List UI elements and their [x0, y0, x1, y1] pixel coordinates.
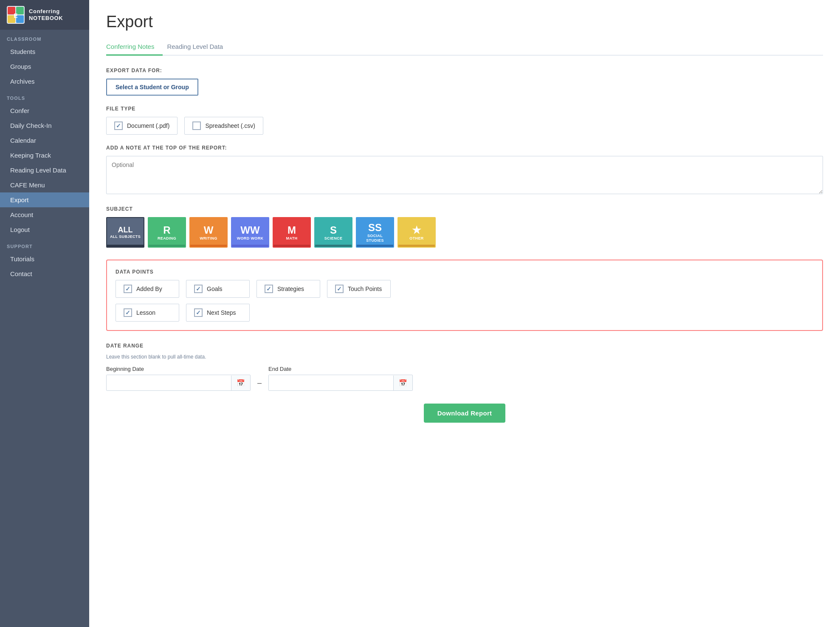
- subject-section: SUBJECT ALL ALL SUBJECTS R READING W WRI…: [106, 206, 823, 248]
- strategies-checkmark: ✓: [266, 285, 271, 292]
- file-type-section: FILE TYPE ✓ Document (.pdf) Spreadsheet …: [106, 106, 823, 135]
- date-range-label: DATE RANGE: [106, 343, 823, 349]
- end-date-calendar-button[interactable]: 📅: [393, 376, 412, 390]
- date-range-hint: Leave this section blank to pull all-tim…: [106, 354, 823, 360]
- sidebar-item-logout[interactable]: Logout: [0, 222, 89, 237]
- file-type-options: ✓ Document (.pdf) Spreadsheet (.csv): [106, 117, 823, 135]
- touch-points-checkmark: ✓: [337, 285, 342, 292]
- subject-wordwork-bar: [232, 245, 268, 247]
- subject-social-studies[interactable]: SS SOCIALSTUDIES: [356, 217, 394, 248]
- note-textarea[interactable]: [106, 156, 823, 194]
- subject-reading-name: READING: [158, 236, 176, 241]
- subject-writing[interactable]: W WRITING: [189, 217, 228, 248]
- sidebar-item-confer[interactable]: Confer: [0, 103, 89, 118]
- data-point-goals[interactable]: ✓ Goals: [186, 280, 250, 298]
- download-section: Download Report: [106, 404, 823, 423]
- subject-writing-letter: W: [204, 224, 214, 236]
- goals-label: Goals: [207, 285, 223, 292]
- next-steps-checkbox[interactable]: ✓: [194, 308, 203, 317]
- strategies-checkbox[interactable]: ✓: [265, 285, 273, 293]
- lesson-checkmark: ✓: [125, 309, 130, 316]
- beginning-date-calendar-button[interactable]: 📅: [231, 376, 250, 390]
- download-report-button[interactable]: Download Report: [424, 404, 506, 423]
- data-point-strategies[interactable]: ✓ Strategies: [257, 280, 320, 298]
- subject-wordwork[interactable]: WW WORD WORK: [231, 217, 269, 248]
- subject-buttons: ALL ALL SUBJECTS R READING W WRITING WW …: [106, 217, 823, 248]
- touch-points-label: Touch Points: [348, 285, 382, 292]
- sidebar-section-classroom: CLASSROOM: [0, 30, 89, 44]
- note-section: ADD A NOTE AT THE TOP OF THE REPORT:: [106, 145, 823, 196]
- logo: E Conferring NOTEBOOK: [0, 0, 89, 30]
- data-points-grid: ✓ Added By ✓ Goals ✓ Strategies: [116, 280, 814, 322]
- data-points-section: DATA POINTS ✓ Added By ✓ Goals ✓: [106, 260, 823, 331]
- subject-science-name: SCIENCE: [324, 236, 343, 241]
- date-range-section: DATE RANGE Leave this section blank to p…: [106, 343, 823, 391]
- data-point-added-by[interactable]: ✓ Added By: [116, 280, 179, 298]
- sidebar-item-daily-check-in[interactable]: Daily Check-In: [0, 118, 89, 133]
- sidebar-item-contact[interactable]: Contact: [0, 266, 89, 281]
- data-point-touch-points[interactable]: ✓ Touch Points: [327, 280, 391, 298]
- subject-math[interactable]: M MATH: [273, 217, 311, 248]
- pdf-label: Document (.pdf): [127, 122, 169, 129]
- next-steps-checkmark: ✓: [196, 309, 201, 316]
- logo-text: Conferring NOTEBOOK: [29, 8, 63, 21]
- subject-social-studies-letter: SS: [368, 222, 382, 234]
- sidebar-item-cafe-menu[interactable]: CAFE Menu: [0, 178, 89, 192]
- tab-reading-level-data[interactable]: Reading Level Data: [167, 40, 231, 56]
- subject-reading[interactable]: R READING: [148, 217, 186, 248]
- subject-wordwork-name: WORD WORK: [237, 236, 264, 241]
- end-date-input[interactable]: [269, 375, 393, 390]
- subject-other-letter: ★: [412, 224, 421, 236]
- beginning-date-group: Beginning Date 📅: [106, 366, 251, 391]
- subject-all[interactable]: ALL ALL SUBJECTS: [106, 217, 144, 248]
- sidebar-item-archives[interactable]: Archives: [0, 74, 89, 89]
- sidebar: E Conferring NOTEBOOK CLASSROOM Students…: [0, 0, 89, 627]
- added-by-checkbox[interactable]: ✓: [124, 285, 132, 293]
- date-inputs: Beginning Date 📅 – End Date 📅: [106, 366, 823, 391]
- tabs: Conferring Notes Reading Level Data: [106, 40, 823, 56]
- subject-other-name: OTHER: [409, 236, 423, 241]
- goals-checkbox[interactable]: ✓: [194, 285, 203, 293]
- subject-writing-name: WRITING: [200, 236, 217, 241]
- file-type-label: FILE TYPE: [106, 106, 823, 112]
- data-points-row-2: ✓ Lesson ✓ Next Steps: [116, 304, 814, 322]
- beginning-date-label: Beginning Date: [106, 366, 251, 372]
- beginning-date-input[interactable]: [107, 375, 231, 390]
- sidebar-item-export[interactable]: Export: [0, 192, 89, 207]
- data-point-next-steps[interactable]: ✓ Next Steps: [186, 304, 250, 322]
- sidebar-item-account[interactable]: Account: [0, 207, 89, 222]
- sidebar-item-calendar[interactable]: Calendar: [0, 133, 89, 148]
- csv-checkbox[interactable]: [192, 121, 201, 130]
- file-type-pdf[interactable]: ✓ Document (.pdf): [106, 117, 178, 135]
- goals-checkmark: ✓: [196, 285, 201, 292]
- subject-all-letter: ALL: [118, 226, 133, 234]
- sidebar-item-keeping-track[interactable]: Keeping Track: [0, 148, 89, 163]
- sidebar-item-groups[interactable]: Groups: [0, 59, 89, 74]
- lesson-checkbox[interactable]: ✓: [124, 308, 132, 317]
- export-data-for-label: EXPORT DATA FOR:: [106, 68, 823, 73]
- select-student-button[interactable]: Select a Student or Group: [106, 79, 198, 96]
- pdf-checkmark: ✓: [116, 122, 121, 129]
- sidebar-item-reading-level-data[interactable]: Reading Level Data: [0, 163, 89, 178]
- subject-math-letter: M: [288, 224, 296, 236]
- page-title: Export: [106, 13, 823, 31]
- date-separator: –: [257, 378, 262, 387]
- subject-science-bar: [315, 245, 352, 247]
- svg-text:E: E: [14, 12, 17, 19]
- sidebar-item-tutorials[interactable]: Tutorials: [0, 251, 89, 266]
- csv-label: Spreadsheet (.csv): [205, 122, 255, 129]
- file-type-csv[interactable]: Spreadsheet (.csv): [184, 117, 263, 135]
- subject-science[interactable]: S SCIENCE: [314, 217, 352, 248]
- tab-conferring-notes[interactable]: Conferring Notes: [106, 40, 163, 56]
- subject-math-bar: [273, 245, 310, 247]
- subject-reading-bar: [149, 245, 185, 247]
- added-by-checkmark: ✓: [125, 285, 130, 292]
- touch-points-checkbox[interactable]: ✓: [335, 285, 344, 293]
- sidebar-section-tools: TOOLS: [0, 89, 89, 103]
- subject-label: SUBJECT: [106, 206, 823, 212]
- sidebar-item-students[interactable]: Students: [0, 44, 89, 59]
- subject-other[interactable]: ★ OTHER: [397, 217, 436, 248]
- pdf-checkbox[interactable]: ✓: [114, 121, 123, 130]
- data-point-lesson[interactable]: ✓ Lesson: [116, 304, 179, 322]
- logo-icon: E: [7, 6, 25, 24]
